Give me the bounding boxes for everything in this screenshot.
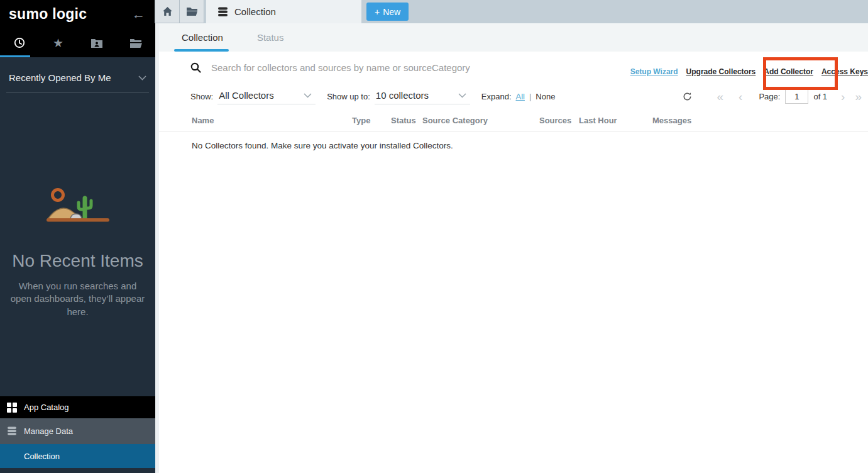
add-collector-link[interactable]: Add Collector <box>764 67 813 76</box>
folder-icon <box>186 7 198 16</box>
expand-label: Expand: <box>481 92 512 101</box>
column-header-last-hour: Last Hour <box>579 116 652 125</box>
new-button-label: New <box>383 7 400 17</box>
sidebar-item-manage-data[interactable]: Manage Data <box>0 418 155 444</box>
sumo-logic-logo: sumo logic <box>9 6 87 23</box>
empty-table-message: No Collectors found. Make sure you activ… <box>159 132 868 150</box>
column-header-status: Status <box>391 116 422 125</box>
sub-tab-bar: Collection Status <box>159 23 868 52</box>
filter-bar: Show: All Collectors Show up to: 10 coll… <box>159 86 868 107</box>
shared-content-tab[interactable] <box>78 28 117 57</box>
expand-none-link[interactable]: None <box>536 92 555 101</box>
sidebar-item-label: App Catalog <box>24 403 69 412</box>
last-page-button[interactable]: » <box>855 91 862 103</box>
active-nav-indicator <box>0 55 30 57</box>
show-up-to-dropdown[interactable]: 10 collectors <box>375 88 470 104</box>
collectors-table-header: Name Type Status Source Category Sources… <box>159 114 868 132</box>
pagination: « ‹ Page: of 1 › » <box>683 86 862 107</box>
library-tab[interactable] <box>116 28 155 57</box>
top-tab-bar: Collection + New <box>155 0 868 23</box>
sidebar-bottom-nav: App Catalog Manage Data Collection <box>0 396 155 473</box>
recent-scope-label: Recently Opened By Me <box>9 72 111 83</box>
sidebar-item-app-catalog[interactable]: App Catalog <box>0 396 155 418</box>
refresh-icon <box>683 92 692 101</box>
column-header-name: Name <box>192 116 352 125</box>
prev-page-button[interactable]: ‹ <box>739 91 742 103</box>
column-header-sources: Sources <box>539 116 579 125</box>
page-of-label: of 1 <box>813 92 827 101</box>
chevron-down-icon <box>304 93 312 98</box>
desert-illustration <box>43 186 113 232</box>
tab-collection[interactable]: Collection <box>206 0 361 23</box>
expand-all-link[interactable]: All <box>516 92 525 101</box>
chevron-down-icon <box>138 75 146 81</box>
expand-separator: | <box>529 92 531 101</box>
database-icon <box>0 426 24 436</box>
tab-collection-sub[interactable]: Collection <box>174 23 231 52</box>
favorites-tab[interactable]: ★ <box>39 28 78 57</box>
new-button[interactable]: + New <box>366 3 409 21</box>
sidebar-bottom-strip <box>0 468 155 473</box>
plus-icon: + <box>375 7 380 17</box>
library-button[interactable] <box>179 0 204 23</box>
tab-status-sub[interactable]: Status <box>250 23 292 52</box>
sidebar: sumo logic ← ★ Recently <box>0 0 155 473</box>
next-page-button[interactable]: › <box>841 91 845 103</box>
search-toolbar: Setup Wizard Upgrade Collectors Add Coll… <box>159 52 868 83</box>
search-input[interactable] <box>211 62 481 73</box>
no-recent-items-title: No Recent Items <box>0 251 155 271</box>
logo-bar: sumo logic ← <box>0 0 155 28</box>
page-label: Page: <box>759 92 780 101</box>
collection-content: Setup Wizard Upgrade Collectors Add Coll… <box>159 52 868 473</box>
no-recent-items-block: No Recent Items When you run searches an… <box>0 186 155 318</box>
page-number-input[interactable] <box>785 89 808 104</box>
sidebar-item-collection[interactable]: Collection <box>0 444 155 468</box>
chevron-down-icon <box>458 93 466 98</box>
database-icon <box>217 7 228 17</box>
main-area: Collection + New Collection Status Setup… <box>155 0 868 473</box>
clock-icon <box>13 36 26 49</box>
no-recent-items-subtitle: When you run searches and open dashboard… <box>9 280 147 318</box>
column-header-type: Type <box>352 116 391 125</box>
open-folder-icon <box>129 38 142 48</box>
page-body: Collection Status Setup Wizard Upgrade C… <box>155 23 868 473</box>
shared-folder-icon <box>91 38 103 48</box>
sidebar-item-label: Manage Data <box>24 426 73 436</box>
app-catalog-grid-icon <box>0 403 24 413</box>
setup-wizard-link[interactable]: Setup Wizard <box>630 67 678 76</box>
star-icon: ★ <box>53 37 63 49</box>
expand-controls: Expand: All | None <box>481 92 556 101</box>
tab-title: Collection <box>234 6 276 17</box>
collapse-sidebar-icon[interactable]: ← <box>132 8 145 21</box>
recent-tab[interactable] <box>0 28 39 57</box>
sidebar-icon-nav: ★ <box>0 28 155 57</box>
show-dropdown-value: All Collectors <box>219 90 274 101</box>
access-keys-link[interactable]: Access Keys <box>821 67 868 76</box>
home-icon <box>162 6 173 16</box>
show-up-to-value: 10 collectors <box>376 90 429 101</box>
first-page-button[interactable]: « <box>717 91 724 103</box>
column-header-messages: Messages <box>652 116 868 125</box>
upgrade-collectors-link[interactable]: Upgrade Collectors <box>686 67 756 76</box>
show-up-to-label: Show up to: <box>327 92 370 101</box>
refresh-button[interactable] <box>683 92 692 101</box>
sidebar-item-label: Collection <box>24 452 60 461</box>
show-dropdown[interactable]: All Collectors <box>217 88 316 104</box>
show-label: Show: <box>190 92 213 101</box>
recent-scope-dropdown[interactable]: Recently Opened By Me <box>6 67 149 92</box>
search-icon <box>190 62 201 73</box>
home-button[interactable] <box>155 0 180 23</box>
collector-action-links: Setup Wizard Upgrade Collectors Add Coll… <box>630 67 868 76</box>
column-header-source-category: Source Category <box>422 116 539 125</box>
